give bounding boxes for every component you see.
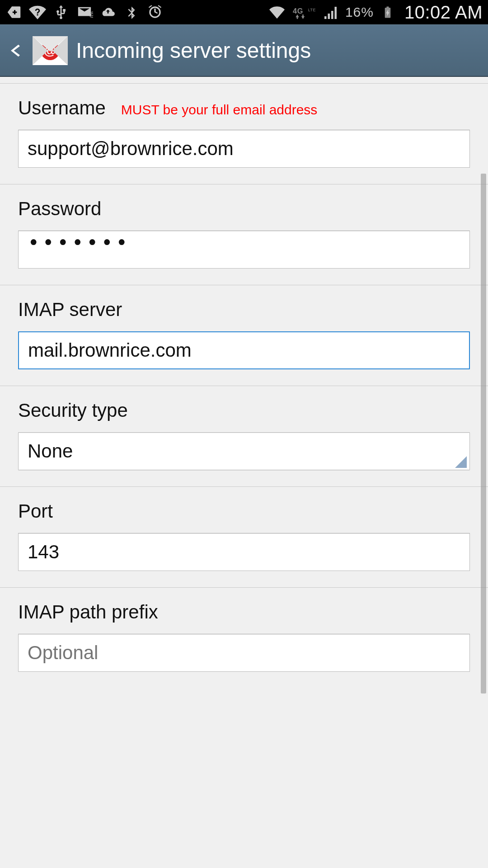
imap-path-prefix-input[interactable] xyxy=(18,634,470,672)
bluetooth-icon xyxy=(123,4,140,21)
alarm-icon xyxy=(146,4,164,21)
password-input[interactable]: ••••••• xyxy=(18,231,470,269)
clock: 10:02 AM xyxy=(404,2,483,23)
security-type-section: Security type None xyxy=(0,386,488,487)
svg-text:LTE: LTE xyxy=(308,8,316,12)
page-title: Incoming server settings xyxy=(76,38,311,63)
svg-text:@: @ xyxy=(89,11,93,18)
back-button[interactable] xyxy=(6,35,24,66)
username-input[interactable] xyxy=(18,130,470,168)
imap-path-prefix-section: IMAP path prefix xyxy=(0,588,488,672)
battery-charging-icon xyxy=(379,4,396,21)
username-section: Username MUST be your full email address xyxy=(0,83,488,184)
wifi-icon xyxy=(268,4,286,21)
port-section: Port xyxy=(0,487,488,588)
imap-server-label: IMAP server xyxy=(18,299,122,321)
status-left: @ xyxy=(5,4,164,21)
usb-icon xyxy=(52,4,70,21)
signal-icon xyxy=(323,4,340,21)
battery-percent: 16% xyxy=(345,5,374,20)
security-type-value: None xyxy=(28,440,73,462)
password-value: ••••••• xyxy=(28,231,130,254)
password-section: Password ••••••• xyxy=(0,184,488,285)
content: Username MUST be your full email address… xyxy=(0,83,488,672)
imap-server-input[interactable] xyxy=(18,331,470,369)
password-label: Password xyxy=(18,198,101,220)
mail-at-icon: @ xyxy=(76,4,93,21)
imap-server-section: IMAP server xyxy=(0,285,488,386)
cloud-upload-icon xyxy=(99,4,117,21)
imap-path-prefix-label: IMAP path prefix xyxy=(18,601,158,623)
wifi-question-icon xyxy=(29,4,46,21)
port-label: Port xyxy=(18,500,53,522)
tag-plus-icon xyxy=(5,4,23,21)
security-type-select[interactable]: None xyxy=(18,432,470,470)
username-hint: MUST be your full email address xyxy=(121,102,318,118)
username-label: Username xyxy=(18,97,106,119)
security-type-label: Security type xyxy=(18,400,128,421)
status-bar: @ 4G LTE 16% 10:02 AM xyxy=(0,0,488,24)
port-input[interactable] xyxy=(18,533,470,571)
email-app-icon: @ xyxy=(33,36,68,65)
svg-text:4G: 4G xyxy=(293,7,303,15)
scroll-indicator[interactable] xyxy=(481,174,486,693)
header: @ Incoming server settings xyxy=(0,24,488,77)
network-4g-icon: 4G LTE xyxy=(291,4,317,21)
status-right: 4G LTE 16% 10:02 AM xyxy=(268,2,483,23)
